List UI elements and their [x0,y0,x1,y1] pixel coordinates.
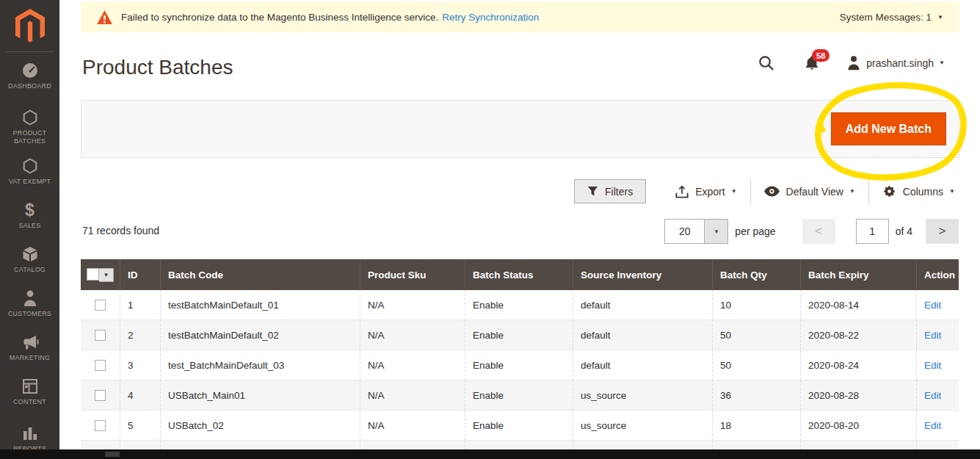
cell-id: 1 [120,290,160,319]
per-page-dropdown-button[interactable]: ▼ [704,219,728,244]
sidebar-item-vat-exempt[interactable]: VAT EXEMPT [0,157,59,186]
column-header-batch-qty[interactable]: Batch Qty [712,259,800,290]
row-checkbox[interactable] [95,360,106,371]
sidebar-item-label: VAT EXEMPT [0,178,59,186]
sidebar-item-catalog[interactable]: CATALOG [0,245,59,274]
cell-id: 4 [120,380,160,410]
column-header-batch-code[interactable]: Batch Code [160,259,360,290]
admin-sidebar: DASHBOARD PRODUCT BATCHES VAT EXEMPT $ S… [0,0,59,459]
edit-link[interactable]: Edit [924,360,941,371]
column-header-id[interactable]: ID [120,259,160,290]
total-pages: of 4 [896,225,912,237]
cell-source-inventory: default [573,350,712,380]
cell-id: 2 [120,320,160,350]
select-all-dropdown[interactable]: ▼ [87,268,114,282]
cell-batch-expiry: 2020-08-24 [800,350,916,380]
retry-synchronization-link[interactable]: Retry Synchronization [442,12,539,23]
dashboard-gauge-icon [0,62,59,79]
sidebar-item-sales[interactable]: $ SALES [0,201,59,230]
per-page-label: per page [735,225,775,237]
select-all-header-cell: ▼ [81,259,120,290]
cell-product-sku: N/A [360,350,465,380]
cell-batch-qty: 10 [712,290,800,319]
export-label: Export [695,186,725,198]
edit-link[interactable]: Edit [924,330,941,341]
column-header-source-inventory[interactable]: Source Inventory [573,259,712,290]
row-checkbox[interactable] [95,420,106,431]
edit-link[interactable]: Edit [924,300,941,311]
system-messages-toggle[interactable]: System Messages: 1 [840,12,932,23]
columns-button[interactable]: Columns ▼ [869,184,959,198]
sidebar-item-label: CONTENT [0,398,59,406]
row-checkbox[interactable] [95,390,106,401]
table-row: 5 USBatch_02 N/A Enable us_source 18 202… [81,411,959,441]
per-page-select[interactable]: 20 ▼ [664,219,728,244]
chevron-down-icon: ▼ [939,59,945,66]
row-checkbox[interactable] [95,300,106,311]
magento-logo[interactable] [0,7,59,47]
sidebar-item-label: DASHBOARD [0,82,59,90]
sidebar-item-dashboard[interactable]: DASHBOARD [0,62,59,90]
cell-product-sku: N/A [360,411,465,440]
cell-source-inventory: default [573,290,712,319]
sidebar-item-label: CUSTOMERS [0,310,59,318]
cell-action: Edit [916,320,959,350]
column-header-product-sku[interactable]: Product Sku [360,259,465,290]
chevron-down-icon: ▼ [714,228,719,235]
cell-batch-code: test_BatchMainDefault_03 [160,350,360,380]
sidebar-item-content[interactable]: CONTENT [0,377,59,406]
user-silhouette-icon [846,55,861,71]
cell-batch-expiry: 2020-08-14 [800,290,916,319]
pagination: 20 ▼ per page < 1 of 4 > [664,219,959,244]
chevron-down-icon[interactable]: ▼ [937,14,943,21]
system-message-banner: Failed to synchronize data to the Magent… [81,1,959,32]
search-icon[interactable] [758,54,774,71]
sidebar-item-product-batches[interactable]: PRODUCT BATCHES [0,109,59,145]
grid-toolbar: Filters Export ▼ Default View ▼ Columns … [574,179,959,203]
scrollbar-thumb[interactable] [105,452,120,457]
column-header-batch-status[interactable]: Batch Status [465,259,573,290]
edit-link[interactable]: Edit [924,390,941,401]
default-view-button[interactable]: Default View ▼ [751,186,868,198]
column-header-action[interactable]: Action [916,259,959,290]
page-title: Product Batches [82,56,233,79]
bar-chart-icon [0,424,59,442]
previous-page-button[interactable]: < [802,219,835,244]
filters-label: Filters [605,186,633,198]
filters-button[interactable]: Filters [574,179,646,203]
cell-id: 3 [120,350,160,380]
table-row: 2 testBatchMainDefault_02 N/A Enable def… [81,320,959,350]
table-header-row: ▼ ID Batch Code Product Sku Batch Status… [81,259,959,290]
cell-product-sku: N/A [360,320,465,350]
next-page-button[interactable]: > [926,219,959,244]
cell-batch-status: Enable [465,380,573,410]
columns-label: Columns [903,186,943,198]
cell-batch-code: testBatchMainDefault_01 [160,290,360,319]
cell-batch-status: Enable [465,350,573,380]
horizontal-scrollbar[interactable] [0,449,980,459]
box-icon [0,245,59,263]
sidebar-item-marketing[interactable]: MARKETING [0,333,59,362]
account-menu[interactable]: prashant.singh ▼ [846,55,945,71]
row-checkbox[interactable] [95,330,106,341]
add-new-batch-button[interactable]: Add New Batch [831,112,946,145]
select-all-checkbox[interactable] [87,268,99,281]
cell-batch-code: USBatch_02 [160,411,360,440]
edit-link[interactable]: Edit [924,420,941,431]
chevron-down-icon: ▼ [949,188,955,195]
table-row: 4 USBatch_Main01 N/A Enable us_source 36… [81,380,959,411]
funnel-icon [587,186,605,197]
current-page-input[interactable]: 1 [856,219,889,244]
sidebar-item-customers[interactable]: CUSTOMERS [0,289,59,318]
table-row: 3 test_BatchMainDefault_03 N/A Enable de… [81,350,959,380]
column-header-batch-expiry[interactable]: Batch Expiry [800,259,916,290]
notifications-button[interactable]: 58 [804,54,820,71]
row-checkbox-cell [81,411,120,440]
export-button[interactable]: Export ▼ [662,185,749,198]
notification-count-badge: 58 [812,49,830,62]
select-all-caret-button[interactable]: ▼ [99,268,114,282]
username: prashant.singh [866,57,934,69]
cell-source-inventory: us_source [573,380,712,410]
layout-icon [0,377,59,395]
cell-source-inventory: us_source [573,411,712,440]
